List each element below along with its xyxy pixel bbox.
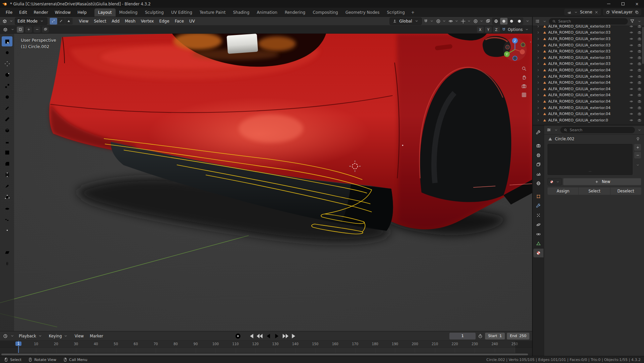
timeline-track[interactable] — [0, 348, 532, 353]
outliner-item[interactable]: ALFA_ROMEO_GIULIA_exterior.04 — [533, 79, 644, 86]
camera-render-icon[interactable] — [637, 55, 642, 60]
gizmo-x-axis[interactable] — [520, 49, 525, 55]
jump-start-button[interactable] — [247, 333, 255, 339]
zoom-icon[interactable] — [521, 66, 527, 71]
xray-toggle[interactable] — [485, 19, 491, 24]
timeline-menu-playback[interactable]: Playback — [16, 332, 45, 340]
hide-eye-icon[interactable] — [629, 42, 634, 48]
play-reverse-button[interactable] — [264, 333, 272, 339]
properties-editor-icon[interactable] — [546, 127, 552, 133]
browse-material-button[interactable] — [548, 178, 562, 185]
proportional-edit-toggle[interactable] — [436, 19, 447, 24]
hide-eye-icon[interactable] — [629, 105, 634, 110]
minimize-button[interactable] — [602, 0, 616, 8]
camera-render-icon[interactable] — [637, 86, 642, 92]
auto-keying-button[interactable] — [234, 333, 242, 339]
gizmo-neg-z-axis[interactable] — [513, 56, 517, 61]
timeline-scrollbar[interactable] — [0, 353, 532, 356]
resize-handle-icon[interactable] — [588, 169, 593, 174]
menu-edit[interactable]: Edit — [16, 9, 30, 16]
tool-cursor[interactable] — [2, 47, 12, 58]
vertex-select-button[interactable] — [50, 18, 57, 25]
tool-annotate[interactable] — [2, 103, 12, 113]
camera-render-icon[interactable] — [637, 111, 642, 117]
tool-select-box[interactable] — [2, 36, 12, 46]
close-button[interactable]: × — [630, 0, 644, 8]
timeline-menu-view[interactable]: View — [72, 332, 86, 340]
properties-tab-world[interactable] — [533, 179, 544, 188]
hide-eye-icon[interactable] — [629, 93, 634, 98]
prev-keyframe-button[interactable] — [255, 333, 264, 339]
new-material-button[interactable]: New — [563, 178, 641, 185]
expand-chevron-icon[interactable] — [535, 99, 541, 104]
menu-help[interactable]: Help — [74, 9, 89, 16]
visibility-dropdown[interactable] — [448, 19, 459, 24]
start-frame-field[interactable]: Start 1 — [485, 333, 505, 339]
gizmo-neg-x-axis[interactable] — [506, 45, 510, 49]
mirror-x-toggle[interactable]: X — [477, 27, 484, 33]
mode-dropdown[interactable]: Edit Mode — [15, 17, 47, 25]
camera-render-icon[interactable] — [637, 117, 642, 123]
assign-button[interactable]: Assign — [548, 187, 578, 195]
tool-edge-slide[interactable] — [2, 225, 12, 235]
shading-wireframe-button[interactable] — [492, 18, 500, 25]
sidebar-toggle[interactable]: ‹ — [530, 40, 531, 44]
properties-tab-object-data[interactable] — [533, 239, 544, 248]
camera-render-icon[interactable] — [637, 105, 642, 110]
mirror-z-toggle[interactable]: Z — [493, 27, 500, 33]
expand-chevron-icon[interactable] — [535, 61, 541, 67]
camera-render-icon[interactable] — [637, 49, 642, 54]
play-button[interactable] — [273, 333, 281, 339]
hide-eye-icon[interactable] — [629, 24, 634, 29]
outliner-scrollbar[interactable] — [642, 27, 644, 64]
expand-chevron-icon[interactable] — [535, 80, 541, 85]
material-slot-list[interactable] — [548, 144, 633, 175]
workspace-tab-animation[interactable]: Animation — [253, 8, 281, 16]
face-select-button[interactable] — [65, 18, 73, 25]
timeline-editor-icon[interactable] — [3, 333, 8, 339]
viewport-menu-face[interactable]: Face — [172, 18, 187, 25]
workspace-tab-shading[interactable]: Shading — [229, 8, 253, 16]
tool-spin[interactable] — [2, 203, 12, 213]
tool-measure[interactable] — [2, 114, 12, 124]
outliner-item[interactable]: ALFA_ROMEO_GIULIA_exterior.04 — [533, 92, 644, 99]
properties-tab-physics[interactable] — [533, 220, 544, 229]
camera-render-icon[interactable] — [637, 99, 642, 104]
workspace-tab-geometry-nodes[interactable]: Geometry Nodes — [342, 8, 383, 16]
workspace-tab-modeling[interactable]: Modeling — [116, 8, 142, 16]
chevron-down-icon[interactable] — [525, 19, 530, 24]
properties-search[interactable] — [560, 127, 635, 133]
add-workspace-button[interactable]: + — [408, 8, 417, 16]
ortho-grid-icon[interactable] — [521, 92, 527, 98]
properties-tab-output[interactable] — [533, 151, 544, 159]
select-intersect-button[interactable] — [42, 27, 49, 33]
navigation-gizmo[interactable]: Z Y — [502, 36, 528, 63]
outliner-item[interactable]: ALFA_ROMEO_GIULIA_exterior.04 — [533, 111, 644, 117]
camera-render-icon[interactable] — [637, 30, 642, 35]
scene-selector[interactable]: Scene — [564, 9, 601, 15]
tool-transform[interactable] — [2, 92, 12, 102]
outliner-item[interactable]: ALFA_ROMEO_GIULIA_exterior.03 — [533, 36, 644, 42]
playhead[interactable]: 1 — [18, 341, 19, 353]
add-slot-button[interactable] — [634, 144, 641, 151]
viewport-menu-mesh[interactable]: Mesh — [122, 18, 138, 25]
hide-eye-icon[interactable] — [629, 111, 634, 117]
hide-eye-icon[interactable] — [629, 55, 634, 60]
workspace-tab-sculpting[interactable]: Sculpting — [141, 8, 167, 16]
hide-eye-icon[interactable] — [629, 74, 634, 79]
tool-add-cube[interactable] — [2, 125, 12, 135]
workspace-tab-compositing[interactable]: Compositing — [309, 8, 341, 16]
hide-eye-icon[interactable] — [629, 36, 634, 41]
outliner-search-input[interactable] — [558, 19, 626, 24]
camera-view-icon[interactable] — [521, 83, 527, 89]
expand-chevron-icon[interactable] — [535, 24, 541, 29]
outliner-item[interactable]: ALFA_ROMEO_GIULIA_exterior.04 — [533, 73, 644, 80]
orientation-dropdown[interactable]: Global — [390, 17, 422, 25]
mirror-y-toggle[interactable]: Y — [485, 27, 492, 33]
hide-eye-icon[interactable] — [629, 49, 634, 54]
hide-eye-icon[interactable] — [629, 67, 634, 73]
outliner-item[interactable]: ALFA_ROMEO_GIULIA_exterior.04 — [533, 86, 644, 92]
menu-file[interactable]: File — [3, 9, 15, 16]
tool-rip-region[interactable] — [2, 258, 12, 268]
timeline-menu-marker[interactable]: Marker — [87, 332, 106, 340]
